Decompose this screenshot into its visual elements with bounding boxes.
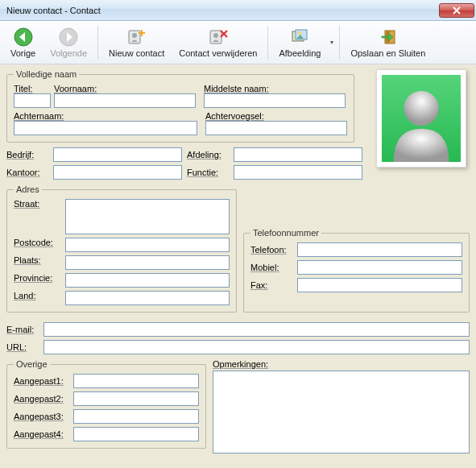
custom1-label: Aangepast1: xyxy=(14,376,70,386)
suffix-label: Achtervoegsel: xyxy=(205,111,347,121)
fax-label: Fax: xyxy=(250,280,294,290)
new-contact-label: Nieuw contact xyxy=(109,48,164,58)
department-label: Afdeling: xyxy=(187,150,229,159)
custom3-label: Aangepast3: xyxy=(14,412,70,421)
city-label: Plaats: xyxy=(14,255,62,265)
image-label: Afbeelding xyxy=(279,48,321,58)
toolbar: Vorige Volgende Nieuw contact Contact ve… xyxy=(0,21,476,64)
first-name-label: Voornaam: xyxy=(54,84,196,93)
toolbar-separator xyxy=(267,26,268,60)
window-title: Nieuw contact - Contact xyxy=(6,6,439,15)
delete-contact-icon xyxy=(209,27,228,47)
new-contact-icon xyxy=(127,27,147,47)
save-close-button[interactable]: Opslaan en Sluiten xyxy=(343,23,433,63)
office-label: Kantoor: xyxy=(6,168,48,177)
phone-legend: Telefoonnummer xyxy=(250,228,321,238)
email-input[interactable] xyxy=(43,322,470,337)
function-label: Functie: xyxy=(187,168,229,177)
title-input[interactable] xyxy=(14,93,51,108)
custom2-input[interactable] xyxy=(73,391,199,406)
toolbar-separator xyxy=(97,26,98,60)
full-name-group: Volledige naam Titel: Voornaam: Middelst… xyxy=(6,69,354,143)
email-url-grid: E-mail: URL: xyxy=(6,322,470,354)
contact-photo[interactable] xyxy=(376,69,466,168)
postcode-label: Postcode: xyxy=(14,238,62,247)
telephone-label: Telefoon: xyxy=(250,245,294,255)
first-name-input[interactable] xyxy=(54,93,196,108)
function-input[interactable] xyxy=(234,165,362,180)
telephone-input[interactable] xyxy=(297,242,462,257)
save-close-icon xyxy=(379,27,398,47)
arrow-left-icon xyxy=(14,27,33,47)
company-input[interactable] xyxy=(53,147,182,162)
close-button[interactable] xyxy=(439,3,474,18)
last-name-label: Achternaam: xyxy=(14,111,197,121)
remarks-input[interactable] xyxy=(213,371,470,454)
image-button[interactable]: Afbeelding xyxy=(271,23,328,63)
url-input[interactable] xyxy=(43,340,470,354)
new-contact-button[interactable]: Nieuw contact xyxy=(101,23,172,63)
title-label: Titel: xyxy=(14,84,51,93)
remarks-label: Opmerkingen: xyxy=(213,359,470,369)
toolbar-separator xyxy=(339,26,340,60)
middle-name-input[interactable] xyxy=(204,93,346,108)
forward-button: Volgende xyxy=(43,23,94,63)
mobile-input[interactable] xyxy=(297,260,462,275)
full-name-legend: Volledige naam xyxy=(14,69,79,79)
url-label: URL: xyxy=(6,342,39,352)
image-dropdown[interactable]: ▾ xyxy=(328,39,336,46)
title-bar: Nieuw contact - Contact xyxy=(0,0,476,21)
close-icon xyxy=(453,6,461,14)
avatar-placeholder-icon xyxy=(382,75,461,162)
arrow-right-icon xyxy=(59,27,78,47)
custom3-input[interactable] xyxy=(73,409,199,424)
city-input[interactable] xyxy=(65,255,230,270)
province-label: Provincie: xyxy=(14,273,62,283)
custom4-input[interactable] xyxy=(73,427,199,441)
company-grid: Bedrijf: Afdeling: Kantoor: Functie: xyxy=(6,147,353,180)
other-group: Overige Aangepast1: Aangepast2: Aangepas… xyxy=(6,359,206,449)
forward-label: Volgende xyxy=(50,48,87,58)
other-legend: Overige xyxy=(14,359,50,369)
custom2-label: Aangepast2: xyxy=(14,394,70,404)
back-button[interactable]: Vorige xyxy=(3,23,43,63)
form-body: Volledige naam Titel: Voornaam: Middelst… xyxy=(0,64,476,468)
email-label: E-mail: xyxy=(6,325,39,334)
fax-input[interactable] xyxy=(297,278,462,292)
country-label: Land: xyxy=(14,291,62,300)
street-input[interactable] xyxy=(65,199,230,234)
custom4-label: Aangepast4: xyxy=(14,429,70,439)
custom1-input[interactable] xyxy=(73,374,199,388)
save-close-label: Opslaan en Sluiten xyxy=(350,48,425,58)
svg-point-3 xyxy=(132,33,137,38)
department-input[interactable] xyxy=(234,147,362,162)
address-group: Adres Straat: Postcode: Plaats: Provinci… xyxy=(6,184,237,313)
street-label: Straat: xyxy=(14,199,62,209)
image-icon xyxy=(290,27,309,47)
office-input[interactable] xyxy=(53,165,182,180)
back-label: Vorige xyxy=(10,48,35,58)
middle-name-label: Middelste naam: xyxy=(204,84,346,93)
mobile-label: Mobiel: xyxy=(250,263,294,272)
country-input[interactable] xyxy=(65,291,230,305)
delete-contact-button[interactable]: Contact verwijderen xyxy=(172,23,264,63)
svg-point-11 xyxy=(404,91,438,126)
svg-point-8 xyxy=(298,31,301,35)
province-input[interactable] xyxy=(65,273,230,288)
remarks-group: Opmerkingen: xyxy=(213,359,470,454)
postcode-input[interactable] xyxy=(65,238,230,252)
address-legend: Adres xyxy=(14,184,42,194)
delete-contact-label: Contact verwijderen xyxy=(179,48,257,58)
svg-point-5 xyxy=(213,33,218,38)
phone-group: Telefoonnummer Telefoon: Mobiel: Fax: xyxy=(243,228,470,313)
company-label: Bedrijf: xyxy=(6,150,48,159)
last-name-input[interactable] xyxy=(14,121,197,135)
suffix-input[interactable] xyxy=(205,121,347,135)
